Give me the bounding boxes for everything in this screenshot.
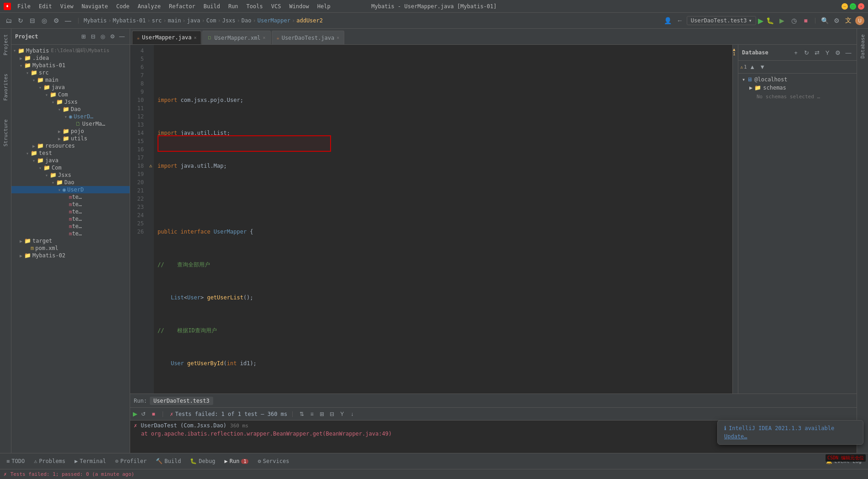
bottom-tab-terminal[interactable]: ▶ Terminal: [71, 456, 110, 466]
bottom-tab-profiler[interactable]: ⊙ Profiler: [111, 456, 150, 466]
tree-item-dao-test[interactable]: ▾ 📁 Dao: [11, 179, 130, 186]
tree-item-src[interactable]: ▾ 📁 src: [11, 69, 130, 76]
minimize-button[interactable]: –: [842, 3, 848, 10]
coverage-button[interactable]: ▶: [777, 16, 787, 26]
tree-item-target[interactable]: ▶ 📁 target: [11, 237, 130, 245]
tree-item-utils[interactable]: ▶ 📁 utils: [11, 135, 130, 142]
settings-main-btn[interactable]: ⚙: [831, 16, 842, 26]
menu-navigate[interactable]: Navigate: [78, 2, 112, 11]
tab-usermapper-xml[interactable]: 🗋 UserMapper.xml ×: [202, 31, 270, 44]
bottom-tab-run[interactable]: ▶ Run 1: [221, 456, 252, 466]
breadcrumb-mybatis01[interactable]: Mybatis-01: [113, 17, 146, 24]
tree-item-test1[interactable]: m te…: [11, 193, 130, 201]
run-tab-test3[interactable]: UserDaoTest.test3: [150, 397, 213, 405]
tree-item-test4[interactable]: m te…: [11, 215, 130, 223]
profile-btn[interactable]: 👤: [663, 16, 673, 26]
project-icon-btn[interactable]: 🗂: [4, 16, 14, 26]
run-config-selector[interactable]: UserDaoTest.test3 ▾: [687, 16, 756, 25]
bottom-run-btn[interactable]: ▶: [133, 410, 137, 417]
menu-edit[interactable]: Edit: [35, 2, 56, 11]
tree-item-mybatis[interactable]: ▾ 📁 Mybatis E:\Ideal编码\Mybatis: [11, 47, 130, 54]
expand-all-btn[interactable]: ⊞: [318, 410, 326, 418]
menu-help[interactable]: Help: [314, 2, 334, 11]
tree-item-test[interactable]: ▾ 📁 test: [11, 149, 130, 157]
db-refresh-btn[interactable]: ↻: [802, 48, 811, 57]
run-button[interactable]: ▶: [758, 16, 763, 25]
breadcrumb-jsxs[interactable]: Jsxs: [222, 17, 236, 24]
tree-item-usermapper-java[interactable]: 🗋 UserMa…: [11, 120, 130, 128]
menu-file[interactable]: File: [14, 2, 34, 11]
update-link[interactable]: Update…: [724, 433, 747, 440]
sidebar-collapse-btn[interactable]: ⊟: [89, 32, 97, 41]
vtab-database[interactable]: Database: [858, 31, 868, 62]
db-hide-btn[interactable]: —: [844, 48, 853, 57]
tree-item-userdaotest[interactable]: ▾ ◉ UserD: [11, 186, 130, 193]
tab-close-btn[interactable]: ×: [263, 35, 266, 40]
bottom-tab-problems[interactable]: ⚠ Problems: [30, 456, 69, 466]
tree-item-test5[interactable]: m te…: [11, 223, 130, 230]
tree-item-jsxs-test[interactable]: ▾ 📁 Jsxs: [11, 171, 130, 179]
locate-btn[interactable]: ◎: [39, 16, 49, 26]
sidebar-hide-btn[interactable]: —: [118, 32, 126, 41]
menu-tools[interactable]: Tools: [243, 2, 267, 11]
maximize-button[interactable]: □: [850, 3, 856, 10]
sidebar-locate-btn[interactable]: ◎: [99, 32, 107, 41]
breadcrumb-usermapper[interactable]: UserMapper: [258, 17, 290, 24]
tree-item-test3[interactable]: m te…: [11, 208, 130, 215]
tree-item-test6[interactable]: m te…: [11, 230, 130, 237]
tree-item-java-test[interactable]: ▾ 📁 java: [11, 157, 130, 164]
tree-item-mybatis02[interactable]: ▶ 📁 Mybatis-02: [11, 252, 130, 259]
bottom-rerun-btn[interactable]: ↺: [139, 410, 147, 418]
tree-item-pojo[interactable]: ▶ 📁 pojo: [11, 128, 130, 135]
sidebar-settings-btn[interactable]: ⚙: [108, 32, 116, 41]
vtab-favorites[interactable]: Favorites: [1, 70, 11, 105]
collapse-all-run-btn[interactable]: ⊟: [328, 410, 336, 418]
db-item-localhost[interactable]: ▾ 🖥 @localhost: [740, 75, 855, 84]
tab-userdaotest-java[interactable]: ☕ UserDaoTest.java ×: [272, 31, 345, 44]
bottom-stop-btn[interactable]: ■: [149, 410, 158, 418]
bottom-tab-todo[interactable]: ≡ TODO: [3, 456, 28, 466]
sync-btn[interactable]: ↻: [16, 16, 26, 26]
hide-btn[interactable]: —: [63, 16, 73, 26]
breadcrumb-dao[interactable]: Dao: [242, 17, 252, 24]
tab-close-btn[interactable]: ×: [194, 35, 196, 40]
db-add-btn[interactable]: +: [791, 48, 800, 57]
tree-item-idea[interactable]: ▶ 📁 .idea: [11, 54, 130, 62]
collapse-all-btn[interactable]: ⊟: [27, 16, 37, 26]
bottom-tab-debug[interactable]: 🐛 Debug: [186, 456, 219, 466]
breadcrumb-src[interactable]: src: [152, 17, 162, 24]
tree-item-jsxs[interactable]: ▾ 📁 Jsxs: [11, 98, 130, 106]
tab-close-btn[interactable]: ×: [337, 35, 339, 40]
translate-btn[interactable]: 文: [843, 16, 853, 26]
menu-view[interactable]: View: [57, 2, 77, 11]
breadcrumb-main[interactable]: main: [168, 17, 181, 24]
tree-item-resources[interactable]: ▶ 📁 resources: [11, 142, 130, 149]
stop-button[interactable]: ■: [801, 16, 811, 26]
tab-usermapper-java[interactable]: ☕ UserMapper.java ×: [132, 31, 201, 44]
vtab-project[interactable]: Project: [1, 31, 11, 59]
back-btn[interactable]: ←: [675, 16, 685, 26]
menu-refactor[interactable]: Refactor: [165, 2, 199, 11]
filter-btn[interactable]: Y: [338, 410, 346, 418]
tree-item-pom[interactable]: m pom.xml: [11, 245, 130, 252]
tree-item-test2[interactable]: m te…: [11, 201, 130, 208]
settings-btn[interactable]: ⚙: [51, 16, 61, 26]
db-item-schemas[interactable]: ▶ 📁 schemas: [740, 84, 855, 92]
tree-item-com-test[interactable]: ▾ 📁 Com: [11, 164, 130, 171]
group-btn[interactable]: ≡: [308, 410, 316, 418]
close-button[interactable]: ×: [858, 3, 864, 10]
breadcrumb-adduser2[interactable]: addUser2: [296, 17, 323, 24]
vtab-structure[interactable]: Structure: [1, 116, 11, 150]
debug-button[interactable]: 🐛: [765, 16, 775, 26]
tree-item-java-main[interactable]: ▾ 📁 java: [11, 84, 130, 91]
tree-item-usermapper-interface[interactable]: ▾ ◉ UserD…: [11, 113, 130, 120]
sort-btn[interactable]: ⇅: [298, 410, 306, 418]
db-sync-btn[interactable]: ⇄: [812, 48, 821, 57]
db-nav-up[interactable]: ▲: [748, 63, 757, 72]
breadcrumb-java[interactable]: java: [187, 17, 200, 24]
tree-item-mybatis01[interactable]: ▾ 📁 Mybatis-01: [11, 62, 130, 69]
scroll-end-btn[interactable]: ↓: [348, 410, 356, 418]
menu-build[interactable]: Build: [200, 2, 224, 11]
sidebar-expand-btn[interactable]: ⊞: [79, 32, 88, 41]
tree-item-dao-main[interactable]: ▾ 📁 Dao: [11, 106, 130, 113]
